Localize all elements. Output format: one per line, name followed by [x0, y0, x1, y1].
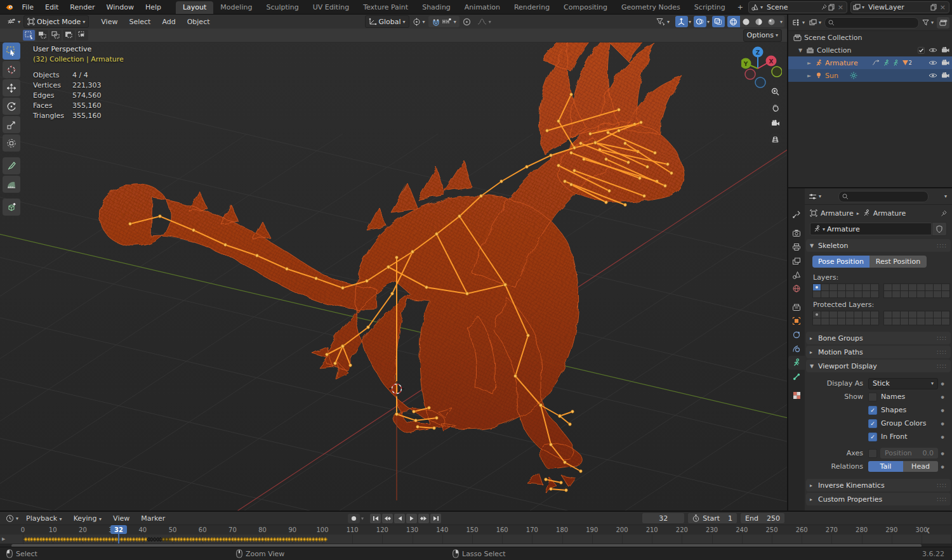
- new-collection-button[interactable]: [937, 17, 949, 29]
- copy-icon[interactable]: [828, 4, 835, 11]
- layer-cell-29[interactable]: [925, 291, 933, 297]
- disable-render-camera-icon[interactable]: [941, 60, 949, 66]
- layer-cell-0[interactable]: [813, 311, 821, 318]
- next-keyframe-button[interactable]: [418, 514, 429, 523]
- protected-layers-grid[interactable]: [809, 311, 948, 326]
- tab-object[interactable]: [788, 314, 805, 328]
- panel-grip[interactable]: ::::: [937, 349, 947, 355]
- layer-cell-11[interactable]: [838, 318, 845, 325]
- layer-cell-29[interactable]: [925, 318, 933, 325]
- show-gizmo-toggle[interactable]: [675, 16, 688, 27]
- tail-button[interactable]: Tail: [868, 461, 903, 472]
- layer-cell-12[interactable]: [846, 291, 854, 297]
- workspace-tab-scripting[interactable]: Scripting: [687, 1, 732, 14]
- layer-cell-14[interactable]: [863, 291, 870, 297]
- show-overlays-toggle[interactable]: [694, 16, 706, 27]
- panel-grip[interactable]: ::::: [937, 496, 947, 502]
- disable-render-camera-icon[interactable]: [941, 72, 949, 79]
- fake-user-button[interactable]: [932, 222, 947, 236]
- axes-checkbox[interactable]: ✓: [868, 449, 877, 458]
- navigation-gizmo[interactable]: Z Y X: [741, 42, 782, 88]
- layer-cell-28[interactable]: [917, 318, 925, 325]
- workspace-tab-rendering[interactable]: Rendering: [507, 1, 557, 14]
- expand-icon[interactable]: ▼: [797, 48, 803, 53]
- layer-cell-26[interactable]: [901, 318, 908, 325]
- hide-eye-icon[interactable]: [929, 47, 937, 53]
- layer-cell-7[interactable]: [871, 284, 878, 290]
- end-frame-field[interactable]: End 250: [740, 512, 785, 524]
- channel-expand-icon[interactable]: ▶: [2, 537, 5, 542]
- menu-marker[interactable]: Marker: [135, 514, 171, 523]
- menu-view[interactable]: View: [95, 18, 123, 26]
- names-checkbox[interactable]: ✓: [868, 393, 877, 401]
- tool-transform[interactable]: [3, 134, 20, 152]
- tab-scene[interactable]: [788, 268, 805, 282]
- tool-move[interactable]: [3, 79, 20, 96]
- layer-cell-15[interactable]: [871, 291, 878, 297]
- layer-cell-19[interactable]: [909, 284, 916, 290]
- layer-cell-23[interactable]: [942, 284, 949, 290]
- tool-add-cube[interactable]: [3, 199, 20, 216]
- layer-cell-12[interactable]: [846, 318, 854, 325]
- tab-texture[interactable]: [788, 388, 805, 402]
- tool-annotate[interactable]: [3, 157, 20, 174]
- layer-cell-6[interactable]: [863, 311, 870, 318]
- panel-custom-properties-header[interactable]: ▸ Custom Properties ::::: [806, 493, 951, 505]
- pin-icon[interactable]: [821, 4, 827, 10]
- layer-cell-31[interactable]: [942, 318, 949, 325]
- select-mode-subtract-icon[interactable]: [50, 30, 62, 41]
- panel-motion-paths-header[interactable]: ▸ Motion Paths ::::: [806, 346, 951, 358]
- xray-toggle[interactable]: [712, 16, 725, 27]
- rest-position-button[interactable]: Rest Position: [869, 256, 927, 268]
- layer-cell-21[interactable]: [925, 311, 933, 318]
- pose-position-button[interactable]: Pose Position: [812, 256, 869, 268]
- layer-cell-25[interactable]: [892, 318, 900, 325]
- tab-object-data[interactable]: [788, 356, 805, 370]
- gizmo-neg-y-axis[interactable]: [772, 67, 782, 77]
- layer-cell-3[interactable]: [838, 284, 845, 290]
- current-frame-field[interactable]: 32: [642, 512, 685, 524]
- chevron-down-icon[interactable]: ▾: [361, 516, 364, 521]
- snap-target-icon[interactable]: [442, 18, 452, 25]
- selectability-visibility-dropdown[interactable]: ▾: [653, 16, 673, 27]
- display-as-dropdown[interactable]: Stick ▾: [868, 378, 938, 389]
- tab-collection[interactable]: [788, 300, 805, 314]
- properties-options-button[interactable]: ▾: [944, 193, 947, 199]
- workspace-tab-modeling[interactable]: Modeling: [213, 1, 259, 14]
- tab-physics[interactable]: [788, 342, 805, 356]
- layer-cell-8[interactable]: [813, 291, 821, 297]
- layer-cell-9[interactable]: [821, 291, 829, 297]
- armature-name-field[interactable]: ▾ Armature: [810, 223, 932, 235]
- menu-edit[interactable]: Edit: [39, 3, 64, 11]
- shading-solid-button[interactable]: [740, 16, 753, 27]
- layer-cell-15[interactable]: [871, 318, 878, 325]
- layer-cell-31[interactable]: [942, 291, 949, 297]
- options-dropdown[interactable]: Options ▾: [743, 29, 782, 42]
- properties-search-input[interactable]: [838, 191, 929, 202]
- region-collapse-icon[interactable]: ❮: [925, 527, 930, 533]
- magnet-icon[interactable]: [432, 18, 440, 26]
- panel-grip[interactable]: ::::: [937, 242, 947, 249]
- panel-grip[interactable]: ::::: [937, 363, 947, 369]
- hide-eye-icon[interactable]: [929, 72, 937, 79]
- layer-cell-22[interactable]: [934, 284, 941, 290]
- panel-skeleton-header[interactable]: ▼ Skeleton ::::: [806, 239, 951, 252]
- shading-rendered-button[interactable]: [765, 16, 778, 27]
- layer-cell-30[interactable]: [934, 318, 941, 325]
- workspace-tab-shading[interactable]: Shading: [415, 1, 458, 14]
- tab-output[interactable]: [788, 240, 805, 254]
- outliner-display-mode-button[interactable]: ▾: [808, 17, 823, 29]
- layer-cell-28[interactable]: [917, 291, 925, 297]
- select-mode-set-icon[interactable]: [23, 30, 35, 41]
- armature-layers-grid[interactable]: [809, 283, 948, 299]
- scene-selector[interactable]: ▾ Scene ×: [748, 1, 847, 13]
- close-icon[interactable]: ×: [836, 3, 845, 11]
- panel-grip[interactable]: ::::: [937, 482, 947, 488]
- layer-cell-20[interactable]: [917, 311, 925, 318]
- jump-to-end-button[interactable]: [430, 514, 441, 523]
- falloff-dropdown[interactable]: ▾: [474, 16, 494, 27]
- camera-view-button[interactable]: [769, 117, 782, 130]
- pin-icon[interactable]: [940, 210, 947, 217]
- layer-cell-24[interactable]: [884, 318, 892, 325]
- layer-cell-14[interactable]: [863, 318, 870, 325]
